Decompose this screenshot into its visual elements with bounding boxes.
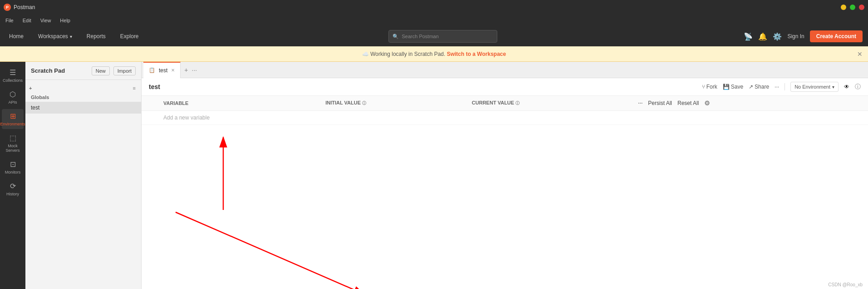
initial-value-info-icon: ⓘ <box>362 101 366 105</box>
menu-edit[interactable]: Edit <box>21 17 33 24</box>
sort-icon[interactable]: ≡ <box>133 85 136 91</box>
fork-icon: ⑂ <box>702 84 705 90</box>
minimize-button[interactable] <box>841 5 846 10</box>
checkbox-col <box>142 96 158 111</box>
env-table-container: VARIABLE INITIAL VALUE ⓘ CURRENT VALUE ⓘ <box>142 96 868 289</box>
env-settings-icon[interactable]: ⚙ <box>704 100 710 107</box>
reset-all-button[interactable]: Reset All <box>677 100 699 106</box>
main-layout: ☰ Collections ⬡ APIs ⊞ Environments ⬚ Mo… <box>0 62 868 289</box>
table-header: VARIABLE INITIAL VALUE ⓘ CURRENT VALUE ⓘ <box>142 96 868 111</box>
info-icon[interactable]: ⓘ <box>855 83 861 91</box>
create-account-button[interactable]: Create Account <box>810 30 863 42</box>
save-action[interactable]: 💾 Save <box>723 84 743 90</box>
tab-label: test <box>159 67 167 74</box>
sidebar-title: Scratch Pad <box>31 67 65 74</box>
monitors-icon: ⊡ <box>10 160 16 169</box>
app-title: Postman <box>14 4 35 10</box>
sidebar-icons: ☰ Collections ⬡ APIs ⊞ Environments ⬚ Mo… <box>0 62 25 289</box>
mock-servers-icon: ⬚ <box>10 134 16 142</box>
add-variable-row[interactable]: Add a new variable <box>142 111 868 125</box>
more-action[interactable]: ··· <box>775 84 779 90</box>
sidebar-item-mock-servers[interactable]: ⬚ Mock Servers <box>2 131 24 155</box>
nav-explore[interactable]: Explore <box>117 31 142 41</box>
apis-label: APIs <box>8 100 17 105</box>
workspaces-chevron-icon: ▾ <box>70 34 72 39</box>
test-env-label: test <box>31 105 39 111</box>
settings-icon[interactable]: ⚙️ <box>773 32 782 41</box>
environments-icon: ⊞ <box>10 112 16 120</box>
new-button[interactable]: New <box>92 66 110 75</box>
app-logo: P <box>4 4 11 11</box>
sidebar-item-monitors[interactable]: ⊡ Monitors <box>2 157 24 177</box>
maximize-button[interactable] <box>850 5 855 10</box>
test-env-item[interactable]: test <box>25 102 141 114</box>
persist-all-button[interactable]: Persist All <box>648 100 672 106</box>
close-button[interactable] <box>859 5 864 10</box>
sidebar-panel: Scratch Pad New Import + ≡ Globals test <box>25 62 142 289</box>
import-button[interactable]: Import <box>113 66 136 75</box>
share-icon: ↗ <box>749 84 753 90</box>
nav-right: 📡 🔔 ⚙️ Sign In Create Account <box>744 30 863 42</box>
footer-credit: CSDN @Roo_xb <box>828 282 863 287</box>
env-variables-table: VARIABLE INITIAL VALUE ⓘ CURRENT VALUE ⓘ <box>142 96 868 125</box>
nav-left: Home Workspaces ▾ Reports Explore <box>5 31 142 41</box>
sign-in-button[interactable]: Sign In <box>787 33 804 40</box>
share-action[interactable]: ↗ Share <box>749 84 769 90</box>
search-placeholder: Search Postman <box>402 34 438 39</box>
nav-reports[interactable]: Reports <box>83 31 109 41</box>
add-actions-cell <box>633 111 868 125</box>
banner-message: Working locally in Scratch Pad. <box>370 51 445 57</box>
tab-icon: 📋 <box>149 67 155 73</box>
save-label: Save <box>731 84 743 90</box>
variable-col-header: VARIABLE <box>158 96 320 111</box>
more-tabs-icon[interactable]: ··· <box>192 66 197 74</box>
title-bar: P Postman <box>0 0 868 15</box>
nav-workspaces[interactable]: Workspaces ▾ <box>34 31 76 41</box>
divider <box>785 83 785 90</box>
table-more-icon[interactable]: ··· <box>638 100 642 106</box>
environment-selector[interactable]: No Environment ▾ <box>790 82 839 92</box>
nav-bar: Home Workspaces ▾ Reports Explore 🔍 Sear… <box>0 26 868 46</box>
sidebar-item-collections[interactable]: ☰ Collections <box>2 65 24 85</box>
banner-icon: ☁️ <box>362 51 369 57</box>
nav-center: 🔍 Search Postman <box>142 30 744 43</box>
history-icon: ⟳ <box>10 182 16 190</box>
share-label: Share <box>755 84 769 90</box>
table-header-row: VARIABLE INITIAL VALUE ⓘ CURRENT VALUE ⓘ <box>142 96 868 111</box>
sidebar-item-history[interactable]: ⟳ History <box>2 179 24 199</box>
collections-icon: ☰ <box>10 68 16 77</box>
add-initial-value-cell[interactable] <box>320 111 466 125</box>
environments-label: Environments <box>0 122 25 126</box>
tab-bar: 📋 test ✕ + ··· <box>142 62 868 78</box>
menu-file[interactable]: File <box>4 17 15 24</box>
add-current-value-cell[interactable] <box>466 111 633 125</box>
add-env-icon[interactable]: + <box>29 85 32 91</box>
banner-link[interactable]: Switch to a Workspace <box>447 51 506 57</box>
table-body: Add a new variable <box>142 111 868 125</box>
tab-test[interactable]: 📋 test ✕ <box>143 62 181 78</box>
menu-view[interactable]: View <box>39 17 53 24</box>
eye-icon[interactable]: 👁 <box>844 84 849 90</box>
initial-value-col-header: INITIAL VALUE ⓘ <box>320 96 466 111</box>
add-row-checkbox <box>142 111 158 125</box>
new-tab-icon[interactable]: + <box>184 66 188 74</box>
satellite-icon[interactable]: 📡 <box>744 32 753 41</box>
history-label: History <box>6 192 19 196</box>
window-controls <box>841 5 864 10</box>
sidebar-content: + ≡ Globals test <box>25 80 141 289</box>
sidebar-item-environments[interactable]: ⊞ Environments <box>2 109 24 129</box>
notification-icon[interactable]: 🔔 <box>758 32 767 41</box>
search-bar[interactable]: 🔍 Search Postman <box>388 30 497 43</box>
tab-close-icon[interactable]: ✕ <box>171 68 175 73</box>
save-icon: 💾 <box>723 84 730 90</box>
menu-help[interactable]: Help <box>58 17 72 24</box>
env-header-row: test ⑂ Fork 💾 Save ↗ Share ··· <box>142 78 868 96</box>
sidebar-item-apis[interactable]: ⬡ APIs <box>2 87 24 107</box>
add-variable-cell[interactable]: Add a new variable <box>158 111 320 125</box>
nav-home[interactable]: Home <box>5 31 27 41</box>
fork-label: Fork <box>706 84 717 90</box>
mock-servers-label: Mock Servers <box>4 144 22 153</box>
more-icon: ··· <box>775 84 779 90</box>
banner-close-icon[interactable]: ✕ <box>857 50 863 58</box>
fork-action[interactable]: ⑂ Fork <box>702 84 717 90</box>
